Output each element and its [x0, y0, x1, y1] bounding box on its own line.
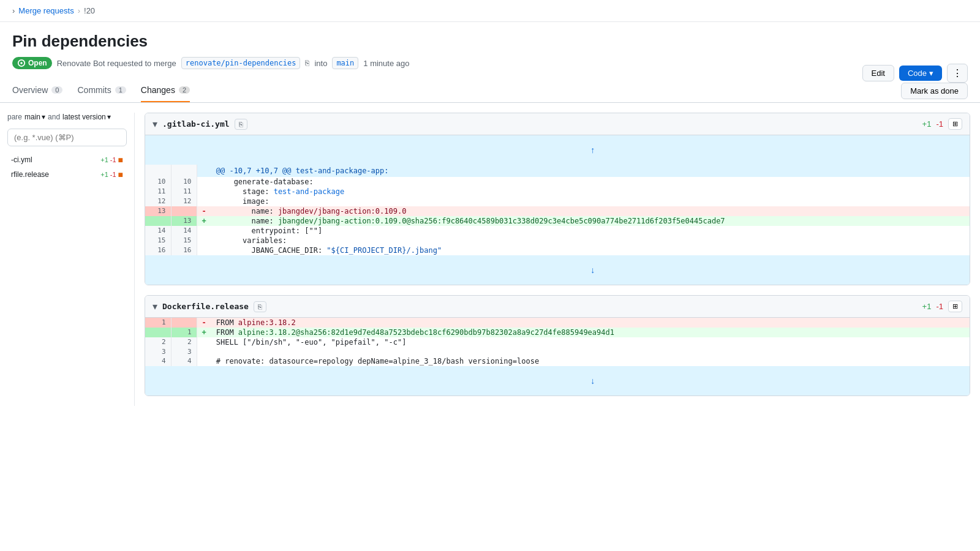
diff-filename-2: Dockerfile.release [162, 302, 249, 311]
status-badge: Open [12, 57, 52, 69]
code-chevron-icon: ▾ [929, 69, 933, 78]
mark-done-button[interactable]: Mark as done [901, 83, 968, 99]
diff-filename-1: .gitlab-ci.yml [162, 119, 230, 129]
compare-and: and [48, 113, 60, 121]
file-changes-2: +1 -1 ■ [100, 170, 123, 179]
source-branch-link[interactable]: renovate/pin-dependencies [181, 57, 301, 69]
diff-line-13-del: 13 - name: jbangdev/jbang-action:0.109.0 [145, 206, 970, 216]
diff-line-14: 14 14 entrypoint: [""] [145, 226, 970, 236]
diff2-line-3: 3 3 [145, 347, 970, 356]
compare-base-chevron: ▾ [42, 113, 45, 121]
diff-copy-path-btn-1[interactable]: ⎘ [235, 119, 247, 130]
diff-collapse-btn-2[interactable]: ▾ [153, 301, 157, 312]
content-area: pare main ▾ and latest version ▾ -ci.yml… [0, 103, 980, 416]
compare-label: pare [7, 113, 22, 121]
open-icon [17, 59, 26, 67]
diff-line-10: 10 10 generate-database: [145, 177, 970, 187]
file-modified-icon-1: ■ [118, 155, 123, 165]
diff-table-1: ↑ @@ -10,7 +10,7 @@ test-and-package-app… [145, 135, 970, 285]
diff-container-1: ▾ .gitlab-ci.yml ⎘ +1 -1 ⊞ [145, 113, 970, 285]
diff-header-left-2: ▾ Dockerfile.release ⎘ [153, 301, 266, 312]
diff-line-12: 12 12 image: [145, 197, 970, 206]
diff-header-1: ▾ .gitlab-ci.yml ⎘ +1 -1 ⊞ [145, 113, 970, 135]
main-content: ▾ .gitlab-ci.yml ⎘ +1 -1 ⊞ [135, 113, 980, 406]
breadcrumb-mr-number: !20 [84, 6, 95, 15]
file-modified-icon-2: ■ [118, 170, 123, 179]
tab-overview[interactable]: Overview 0 [12, 79, 62, 102]
diff-header-left-1: ▾ .gitlab-ci.yml ⎘ [153, 118, 247, 130]
diff-line-11: 11 11 stage: test-and-package [145, 187, 970, 197]
diff-view-toggle-2[interactable]: ⊞ [948, 301, 962, 312]
diff-stat-add-2: +1 [922, 302, 932, 311]
breadcrumb-sep2: › [78, 6, 80, 15]
diff-header-right-1: +1 -1 ⊞ [922, 118, 962, 130]
diff-view-toggle-1[interactable]: ⊞ [948, 118, 962, 130]
diff-header-right-2: +1 -1 ⊞ [922, 301, 962, 312]
diff-stat-del-1: -1 [936, 119, 943, 129]
breadcrumb: › Merge requests › !20 [0, 0, 980, 22]
expand-down-btn-2[interactable]: ↓ [590, 376, 595, 386]
diff-collapse-btn-1[interactable]: ▾ [153, 118, 157, 130]
tabs: Overview 0 Commits 1 Changes 2 Mark as d… [0, 79, 980, 103]
diff2-line-4: 4 4 # renovate: datasource=repology depN… [145, 356, 970, 366]
page-header: Pin dependencies Open Renovate Bot reque… [0, 22, 980, 69]
sidebar-filename-1: -ci.yml [11, 156, 32, 164]
diff2-line-1-del: 1 - FROM alpine:3.18.2 [145, 318, 970, 328]
compare-row: pare main ▾ and latest version ▾ [7, 113, 127, 121]
expand-up-btn-1[interactable]: ↑ [590, 145, 595, 155]
tab-changes[interactable]: Changes 2 [141, 79, 190, 102]
diff-line-13-add: 13 + name: jbangdev/jbang-action:0.109.0… [145, 216, 970, 226]
breadcrumb-chevron: › [12, 6, 15, 15]
diff-copy-path-btn-2[interactable]: ⎘ [254, 301, 266, 312]
diff-hunk-1: @@ -10,7 +10,7 @@ test-and-package-app: [145, 165, 970, 177]
version-chevron: ▾ [107, 113, 111, 121]
diff-stat-add-1: +1 [922, 119, 932, 129]
diff-container-2: ▾ Dockerfile.release ⎘ +1 -1 ⊞ [145, 295, 970, 396]
breadcrumb-merge-requests[interactable]: Merge requests [18, 6, 74, 15]
compare-base-select[interactable]: main ▾ [24, 113, 45, 121]
target-branch-link[interactable]: main [332, 57, 358, 69]
diff2-line-2: 2 2 SHELL ["/bin/sh", "-euo", "pipefail"… [145, 337, 970, 347]
sidebar-file-item-1[interactable]: -ci.yml +1 -1 ■ [7, 152, 127, 167]
copy-branch-icon[interactable]: ⎘ [305, 59, 309, 67]
tab-commits[interactable]: Commits 1 [77, 79, 126, 102]
compare-version-select[interactable]: latest version ▾ [62, 113, 111, 121]
mr-meta: Open Renovate Bot requested to merge ren… [12, 57, 968, 69]
file-search-input[interactable] [7, 129, 127, 146]
sidebar: pare main ▾ and latest version ▾ -ci.yml… [0, 113, 135, 406]
target-text: into [314, 59, 327, 68]
page-title: Pin dependencies [12, 32, 968, 51]
diff2-expand-bottom: ↓ [145, 366, 970, 395]
sidebar-file-item-2[interactable]: rfile.release +1 -1 ■ [7, 167, 127, 182]
diff-table-2: 1 - FROM alpine:3.18.2 1 + FROM alpine:3… [145, 318, 970, 395]
diff-header-2: ▾ Dockerfile.release ⎘ +1 -1 ⊞ [145, 296, 970, 318]
diff-line-16: 16 16 JBANG_CACHE_DIR: "${CI_PROJECT_DIR… [145, 246, 970, 255]
mr-meta-text: Renovate Bot requested to merge [57, 59, 176, 68]
diff2-line-1-add: 1 + FROM alpine:3.18.2@sha256:82d1e9d7ed… [145, 328, 970, 337]
file-changes-1: +1 -1 ■ [100, 155, 123, 165]
svg-point-1 [20, 62, 23, 64]
sidebar-filename-2: rfile.release [11, 170, 49, 179]
diff-expand-top-1: ↑ [145, 135, 970, 165]
diff-expand-bottom-1: ↓ [145, 255, 970, 285]
expand-down-btn-1[interactable]: ↓ [590, 265, 595, 275]
diff-stat-del-2: -1 [936, 302, 943, 311]
diff-line-15: 15 15 variables: [145, 236, 970, 246]
time-ago: 1 minute ago [363, 59, 409, 68]
